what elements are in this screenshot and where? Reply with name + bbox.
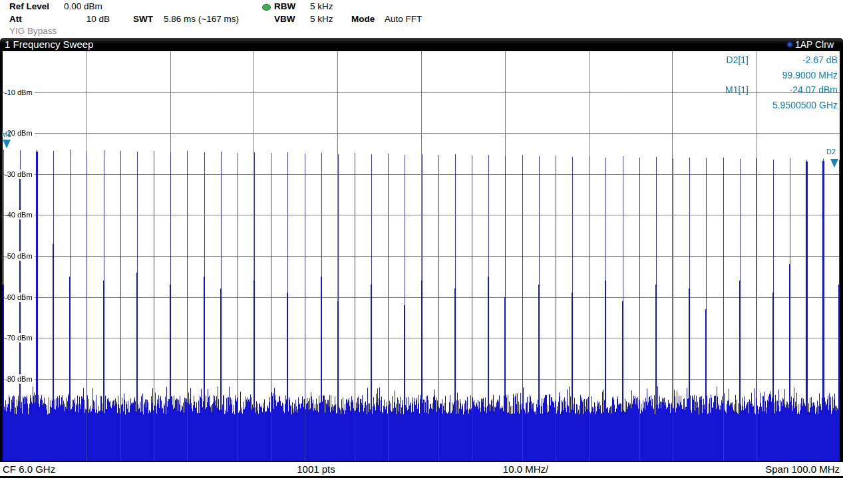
rbw-label: RBW <box>274 1 295 12</box>
yaxis-label: -80 dBm <box>5 374 35 384</box>
yaxis-label: -60 dBm <box>5 293 35 302</box>
marker-row-m1-freq[interactable]: 5.9500500 GHz <box>558 100 838 115</box>
window-titlebar: 1 Frequency Sweep 1AP Clrw <box>0 38 843 51</box>
marker-row-m1[interactable]: M1[1] -24.07 dBm <box>558 84 838 100</box>
ref-level-label: Ref Level <box>9 1 49 12</box>
marker-d2-flag-label[interactable]: D2 <box>826 148 836 156</box>
yaxis-label: -40 dBm <box>5 210 35 219</box>
mode-value[interactable]: Auto FFT <box>385 14 422 25</box>
marker-name: M1[1] <box>725 84 749 95</box>
spectrum-plot-area: -10 dBm -20 dBm -30 dBm -40 dBm -50 dBm … <box>0 51 843 461</box>
att-value[interactable]: 10 dB <box>64 14 110 25</box>
mode-label: Mode <box>351 14 375 25</box>
trace1-dot-icon <box>786 41 793 48</box>
yig-bypass-status: YIG Bypass <box>9 26 57 37</box>
swt-value[interactable]: 5.86 ms (~167 ms) <box>164 14 239 25</box>
trace-legend-label: 1AP Clrw <box>795 38 834 51</box>
swt-label: SWT <box>133 14 153 25</box>
marker-level: -24.07 dBm <box>790 84 838 95</box>
marker-row-d2[interactable]: D2[1] -2.67 dB <box>558 55 838 70</box>
span-value[interactable]: Span 100.0 MHz <box>765 462 840 476</box>
ref-level-value[interactable]: 0.00 dBm <box>64 1 102 12</box>
marker-row-d2-freq[interactable]: 99.9000 MHz <box>558 70 838 85</box>
window-title: 1 Frequency Sweep <box>5 38 93 51</box>
trace-legend[interactable]: 1AP Clrw <box>786 38 834 51</box>
marker-frequency: 5.9500500 GHz <box>772 100 838 110</box>
per-division-value[interactable]: 10.0 MHz/ <box>466 462 586 476</box>
marker-readout-table: D2[1] -2.67 dB 99.9000 MHz M1[1] -24.07 … <box>558 55 838 114</box>
att-label: Att <box>9 14 22 25</box>
marker-level: -2.67 dB <box>802 55 838 65</box>
marker-frequency: 99.9000 MHz <box>782 70 838 80</box>
rbw-value[interactable]: 5 kHz <box>310 1 333 12</box>
marker-name: D2[1] <box>727 55 749 65</box>
sweep-info-footer: CF 6.0 GHz 1001 pts 10.0 MHz/ Span 100.0… <box>0 461 843 478</box>
rbw-coupled-indicator-icon <box>262 4 271 11</box>
yaxis-label: -10 dBm <box>5 88 35 97</box>
settings-header: Ref Level 0.00 dBm RBW 5 kHz Att 10 dB S… <box>0 0 843 37</box>
marker-m1-flag-icon[interactable] <box>3 140 11 148</box>
center-frequency-value[interactable]: CF 6.0 GHz <box>3 462 55 476</box>
marker-d2-flag-icon[interactable] <box>830 159 838 168</box>
marker-m1-flag-label[interactable]: M1 <box>1 130 11 138</box>
sweep-points-value[interactable]: 1001 pts <box>253 462 379 476</box>
vbw-value[interactable]: 5 kHz <box>310 14 333 25</box>
yaxis-label: -30 dBm <box>5 170 35 179</box>
yaxis-label: -50 dBm <box>5 251 35 261</box>
yaxis-label: -70 dBm <box>5 333 35 342</box>
vbw-label: VBW <box>274 14 295 25</box>
